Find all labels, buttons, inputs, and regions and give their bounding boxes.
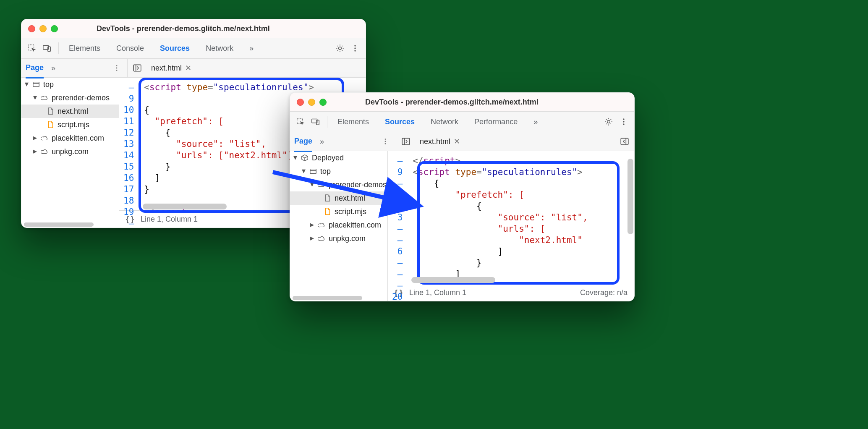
window-title: DevTools - prerender-demos.glitch.me/nex… [365,98,539,107]
subtab-more[interactable]: » [320,137,324,146]
settings-gear-icon[interactable] [334,42,346,55]
kebab-menu-icon[interactable] [349,42,361,55]
minimize-dot[interactable] [308,99,315,106]
tree-file-next[interactable]: next.html [335,194,365,203]
svg-point-19 [385,139,386,140]
tree-domain[interactable]: prerender-demos [329,180,387,189]
tab-more[interactable]: » [248,42,255,55]
svg-point-3 [339,47,342,50]
sources-subbar: Page » next.html ✕ [21,59,366,78]
device-toggle-icon[interactable] [41,42,53,55]
titlebar[interactable]: DevTools - prerender-demos.glitch.me/nex… [290,93,634,112]
coverage-label: Coverage: n/a [580,288,627,297]
inspect-icon[interactable] [294,115,307,128]
code-footer: { } Line 1, Column 1 Coverage: n/a [388,284,634,301]
svg-point-7 [116,65,118,66]
devtools-window-2: DevTools - prerender-demos.glitch.me/nex… [290,92,635,301]
code-gutter: – 9 – 1 – 3 – – 6 – – – 20 [388,151,407,284]
traffic-lights[interactable] [297,99,327,106]
tab-performance[interactable]: Performance [473,115,519,129]
svg-rect-10 [133,65,141,71]
settings-gear-icon[interactable] [602,115,615,128]
toggle-sidebar-right-icon[interactable] [618,135,631,148]
svg-rect-23 [621,138,628,144]
tab-network[interactable]: Network [204,42,235,55]
kebab-menu-icon[interactable] [617,115,630,128]
tree-file-script[interactable]: script.mjs [58,120,89,129]
close-dot[interactable] [297,99,304,106]
svg-point-9 [116,70,118,71]
close-file-icon[interactable]: ✕ [185,63,191,73]
tree-scrollbar[interactable] [24,222,94,227]
toggle-sidebar-left-icon[interactable] [400,135,412,148]
minimize-dot[interactable] [39,25,47,32]
device-toggle-icon[interactable] [309,115,322,128]
tab-network[interactable]: Network [429,115,460,129]
tree-file-script[interactable]: script.mjs [335,207,366,216]
tree-scrollbar[interactable] [293,296,362,300]
subtab-kebab-icon[interactable] [110,62,123,74]
svg-rect-2 [48,47,50,51]
subtab-more[interactable]: » [51,64,55,73]
tab-more[interactable]: » [532,115,539,129]
tab-sources[interactable]: Sources [383,115,416,135]
window-title: DevTools - prerender-demos.glitch.me/nex… [97,24,270,33]
file-tree[interactable]: top prerender-demos next.html script.mjs… [21,78,119,228]
tree-top[interactable]: top [43,80,54,89]
tree-domain-unpkg[interactable]: unpkg.com [329,234,366,243]
cursor-position: Line 1, Column 1 [409,288,466,297]
code-vscrollbar[interactable] [627,159,633,234]
file-tree[interactable]: Deployed top prerender-demos next.html s… [290,151,388,301]
tree-top[interactable]: top [320,167,331,176]
svg-rect-14 [316,120,319,125]
zoom-dot[interactable] [319,99,327,106]
traffic-lights[interactable] [28,25,58,32]
tree-deployed[interactable]: Deployed [312,154,344,162]
panel-tabs: Elements Sources Network Performance » [336,115,539,129]
svg-point-15 [607,120,610,123]
cursor-position: Line 1, Column 1 [141,215,198,224]
tree-file-next[interactable]: next.html [58,107,88,116]
svg-point-5 [354,47,356,49]
toggle-sidebar-icon[interactable] [131,62,144,74]
inspect-icon[interactable] [26,42,38,55]
svg-rect-22 [402,138,410,144]
open-file-name: next.html [420,137,450,146]
open-file-tab[interactable]: next.html ✕ [148,62,195,74]
tree-domain-unpkg[interactable]: unpkg.com [52,147,89,156]
svg-rect-24 [310,169,316,174]
svg-point-18 [623,123,624,125]
tree-domain-placekitten[interactable]: placekitten.com [329,221,381,230]
subtab-kebab-icon[interactable] [379,135,392,148]
open-file-tab[interactable]: next.html ✕ [416,135,463,148]
svg-point-16 [623,118,624,120]
code-viewer: – 9 – 1 – 3 – – 6 – – – 20 </script> <sc… [388,151,634,301]
close-dot[interactable] [28,25,35,32]
svg-point-20 [385,141,386,142]
code-gutter: – 9 10 11 12 13 14 15 16 17 18 19 – [119,78,138,210]
svg-point-4 [354,45,356,46]
svg-point-6 [354,50,356,51]
tab-sources[interactable]: Sources [158,42,191,61]
titlebar[interactable]: DevTools - prerender-demos.glitch.me/nex… [21,19,366,38]
svg-point-21 [385,143,386,144]
subtab-page[interactable]: Page [26,63,44,78]
tree-domain-placekitten[interactable]: placekitten.com [52,134,104,143]
close-file-icon[interactable]: ✕ [454,137,460,146]
code-hscrollbar[interactable] [411,277,495,283]
tab-elements[interactable]: Elements [67,42,102,55]
code-hscrollbar[interactable] [143,204,227,209]
subtab-page[interactable]: Page [294,137,312,152]
panel-tabs: Elements Console Sources Network » [67,42,255,55]
tab-console[interactable]: Console [115,42,146,55]
sources-subbar: Page » next.html ✕ [290,132,634,151]
svg-point-8 [116,68,118,69]
source-code[interactable]: </script> <script type="speculationrules… [407,151,634,284]
tree-domain[interactable]: prerender-demos [52,94,110,102]
zoom-dot[interactable] [51,25,58,32]
svg-point-17 [623,121,624,122]
open-file-name: next.html [151,64,182,73]
main-toolbar: Elements Console Sources Network » [21,38,366,59]
tab-elements[interactable]: Elements [336,115,371,129]
main-toolbar: Elements Sources Network Performance » [290,112,634,132]
